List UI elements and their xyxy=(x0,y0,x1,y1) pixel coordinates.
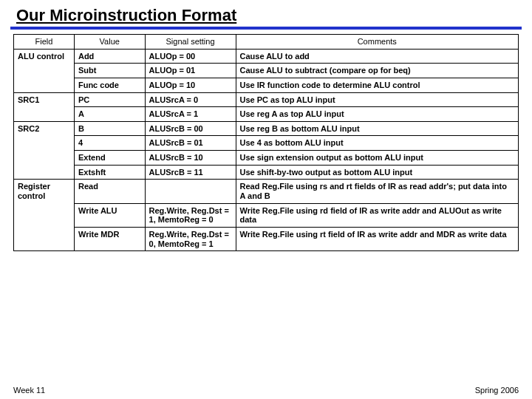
cell-comment: Cause ALU to add xyxy=(236,49,519,64)
table-row: Write MDRReg.Write, Reg.Dst = 0, MemtoRe… xyxy=(14,227,519,250)
table-header-row: Field Value Signal setting Comments xyxy=(14,35,519,50)
col-signal: Signal setting xyxy=(145,35,236,50)
table-row: 4ALUSrcB = 01Use 4 as bottom ALU input xyxy=(14,136,519,151)
cell-value: Write ALU xyxy=(74,203,145,227)
table-row: AALUSrcA = 1Use reg A as top ALU input xyxy=(14,107,519,122)
cell-signal: ALUOp = 10 xyxy=(145,78,236,92)
cell-signal: ALUOp = 00 xyxy=(145,49,236,64)
cell-comment: Use IR function code to determine ALU co… xyxy=(236,78,519,92)
cell-signal: ALUSrcB = 11 xyxy=(145,165,236,180)
cell-comment: Use PC as top ALU input xyxy=(236,92,519,107)
cell-comment: Write Reg.File using rd field of IR as w… xyxy=(236,203,519,227)
cell-comment: Write Reg.File using rt field of IR as w… xyxy=(236,227,519,250)
cell-field: SRC2 xyxy=(14,121,75,180)
cell-signal: ALUSrcB = 01 xyxy=(145,136,236,151)
table-row: Register controlReadRead Reg.File using … xyxy=(14,180,519,203)
cell-comment: Use reg B as bottom ALU input xyxy=(236,121,519,136)
cell-signal: ALUOp = 01 xyxy=(145,64,236,78)
cell-value: Subt xyxy=(74,64,145,78)
table-row: ExtshftALUSrcB = 11Use shift-by-two outp… xyxy=(14,165,519,180)
table-row: ExtendALUSrcB = 10Use sign extension out… xyxy=(14,151,519,166)
cell-comment: Cause ALU to subtract (compare op for be… xyxy=(236,64,519,78)
cell-value: Extend xyxy=(74,151,145,166)
table-row: SubtALUOp = 01Cause ALU to subtract (com… xyxy=(14,64,519,78)
table-row: SRC2BALUSrcB = 00Use reg B as bottom ALU… xyxy=(14,121,519,136)
cell-field: Register control xyxy=(14,180,75,251)
cell-signal: ALUSrcA = 1 xyxy=(145,107,236,122)
cell-signal: Reg.Write, Reg.Dst = 1, MemtoReg = 0 xyxy=(145,203,236,227)
cell-value: A xyxy=(74,107,145,122)
cell-signal: ALUSrcB = 10 xyxy=(145,151,236,166)
table-row: Func codeALUOp = 10Use IR function code … xyxy=(14,78,519,92)
cell-signal xyxy=(145,180,236,203)
footer-left: Week 11 xyxy=(13,386,45,395)
footer-right: Spring 2006 xyxy=(475,386,519,395)
cell-value: B xyxy=(74,121,145,136)
cell-comment: Use 4 as bottom ALU input xyxy=(236,136,519,151)
col-field: Field xyxy=(14,35,75,50)
cell-value: Add xyxy=(74,49,145,64)
cell-signal: ALUSrcA = 0 xyxy=(145,92,236,107)
microinstruction-table: Field Value Signal setting Comments ALU … xyxy=(13,34,519,251)
cell-comment: Use shift-by-two output as bottom ALU in… xyxy=(236,165,519,180)
cell-field: ALU control xyxy=(14,49,75,92)
page-title: Our Microinstruction Format xyxy=(0,0,532,27)
table-row: Write ALUReg.Write, Reg.Dst = 1, MemtoRe… xyxy=(14,203,519,227)
footer: Week 11 Spring 2006 xyxy=(0,386,532,395)
cell-value: Read xyxy=(74,180,145,203)
cell-comment: Use sign extension output as bottom ALU … xyxy=(236,151,519,166)
cell-comment: Read Reg.File using rs and rt fields of … xyxy=(236,180,519,203)
cell-signal: ALUSrcB = 00 xyxy=(145,121,236,136)
cell-signal: Reg.Write, Reg.Dst = 0, MemtoReg = 1 xyxy=(145,227,236,250)
col-comments: Comments xyxy=(236,35,519,50)
cell-value: Write MDR xyxy=(74,227,145,250)
cell-value: Func code xyxy=(74,78,145,92)
cell-value: Extshft xyxy=(74,165,145,180)
cell-comment: Use reg A as top ALU input xyxy=(236,107,519,122)
table-row: SRC1PCALUSrcA = 0Use PC as top ALU input xyxy=(14,92,519,107)
cell-field: SRC1 xyxy=(14,92,75,121)
cell-value: PC xyxy=(74,92,145,107)
cell-value: 4 xyxy=(74,136,145,151)
col-value: Value xyxy=(74,35,145,50)
table-row: ALU controlAddALUOp = 00Cause ALU to add xyxy=(14,49,519,64)
title-rule xyxy=(10,27,522,30)
